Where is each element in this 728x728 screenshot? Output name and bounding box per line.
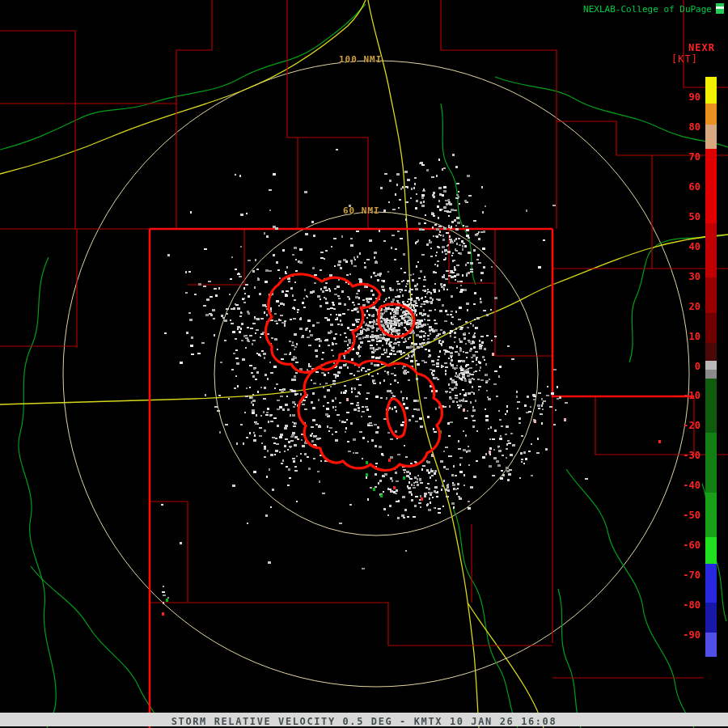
colorbar-tick-label: 10 [660, 331, 700, 342]
colorbar-tick-label: 90 [660, 91, 700, 103]
colorbar-segment [705, 104, 717, 125]
cod-logo-icon [716, 3, 724, 14]
colorbar-segment [705, 537, 717, 564]
colorbar-segment [705, 379, 717, 433]
colorbar-tick-label: -40 [660, 480, 700, 491]
storm-contour [298, 361, 442, 471]
colorbar-tick-label: -90 [660, 629, 700, 641]
colorbar-tick-label: 0 [660, 361, 700, 372]
colorbar-tick-label: -10 [660, 390, 700, 401]
colorbar-tick-label: -70 [660, 569, 700, 581]
storm-contour-layer [0, 0, 728, 728]
storm-contour [379, 304, 414, 336]
range-ring-label-60nmi: 60 NMI [343, 205, 380, 216]
status-bar: STORM RELATIVE VELOCITY 0.5 DEG - KMTX 1… [0, 713, 728, 726]
colorbar-segment [705, 493, 717, 537]
colorbar-segment [705, 603, 717, 633]
colorbar-tick-labels: 9080706050403020100-10-20-30-40-50-60-70… [660, 0, 700, 728]
colorbar-segment [705, 277, 717, 313]
colorbar-tick-label: 30 [660, 271, 700, 282]
colorbar-tick-label: -30 [660, 450, 700, 461]
radar-display: 100 NMI 60 NMI NEXLAB-College of DuPage … [0, 0, 728, 728]
colorbar-segment [705, 370, 717, 379]
colorbar-segment [705, 149, 717, 223]
status-text: STORM RELATIVE VELOCITY 0.5 DEG - KMTX 1… [171, 716, 557, 727]
colorbar-segment [705, 343, 717, 361]
colorbar-tick-label: -60 [660, 540, 700, 551]
colorbar-segment [705, 313, 717, 343]
range-ring-label-100nmi: 100 NMI [339, 54, 382, 65]
colorbar-tick-label: 70 [660, 151, 700, 163]
colorbar-tick-label: 80 [660, 121, 700, 133]
colorbar-tick-label: 60 [660, 181, 700, 193]
colorbar-segment [705, 125, 717, 149]
colorbar-tick-label: 40 [660, 241, 700, 252]
storm-contour [266, 274, 381, 373]
colorbar-tick-label: -50 [660, 510, 700, 521]
colorbar-tick-label: 50 [660, 211, 700, 222]
colorbar-segment [705, 223, 717, 277]
colorbar-segment [705, 633, 717, 657]
colorbar-tick-label: -80 [660, 599, 700, 611]
colorbar-segment [705, 564, 717, 603]
colorbar-segment [705, 433, 717, 493]
velocity-colorbar [705, 77, 717, 657]
colorbar-segment [705, 77, 717, 104]
storm-contour [387, 399, 406, 437]
colorbar-tick-label: -20 [660, 420, 700, 431]
colorbar-tick-label: 20 [660, 301, 700, 312]
colorbar-segment [705, 361, 717, 370]
